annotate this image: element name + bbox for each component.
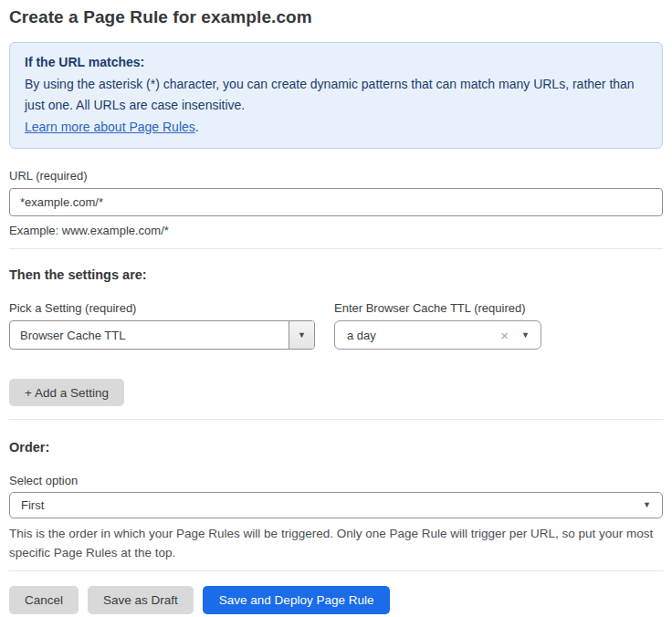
order-select[interactable]: First ▼ (9, 492, 663, 518)
order-description: This is the order in which your Page Rul… (9, 524, 663, 562)
learn-more-link[interactable]: Learn more about Page Rules (25, 120, 195, 134)
pick-setting-dropdown[interactable]: Browser Cache TTL ▼ (9, 320, 315, 350)
ttl-setting-label: Enter Browser Cache TTL (required) (334, 301, 541, 315)
footer-actions: Cancel Save as Draft Save and Deploy Pag… (9, 586, 663, 614)
ttl-value: a day (347, 329, 500, 342)
clear-icon[interactable]: × (500, 328, 509, 343)
url-match-info-box: If the URL matches: By using the asteris… (9, 42, 663, 149)
dropdown-arrow-button[interactable]: ▼ (289, 321, 314, 349)
url-input[interactable] (9, 188, 663, 216)
pick-setting-column: Pick a Setting (required) Browser Cache … (9, 301, 315, 350)
url-example-hint: Example: www.example.com/* (9, 224, 663, 237)
link-suffix: . (195, 120, 199, 134)
page-title: Create a Page Rule for example.com (9, 7, 663, 27)
info-box-body-text: By using the asterisk (*) character, you… (25, 77, 635, 113)
caret-down-icon: ▼ (298, 331, 306, 340)
ttl-setting-column: Enter Browser Cache TTL (required) a day… (334, 301, 541, 350)
add-setting-button[interactable]: + Add a Setting (9, 379, 124, 406)
settings-section-heading: Then the settings are: (9, 267, 663, 282)
caret-down-icon: ▼ (521, 331, 530, 340)
order-select-value: First (21, 498, 643, 512)
url-field-label: URL (required) (9, 169, 663, 183)
settings-row: Pick a Setting (required) Browser Cache … (9, 301, 663, 350)
save-draft-button[interactable]: Save as Draft (88, 586, 194, 614)
order-section-heading: Order: (9, 440, 663, 455)
pick-setting-value: Browser Cache TTL (10, 321, 289, 349)
pick-setting-label: Pick a Setting (required) (9, 301, 315, 315)
ttl-value-dropdown[interactable]: a day × ▼ (334, 320, 541, 350)
save-deploy-button[interactable]: Save and Deploy Page Rule (203, 586, 391, 614)
cancel-button[interactable]: Cancel (9, 586, 79, 614)
order-select-label: Select option (9, 474, 663, 487)
info-box-heading: If the URL matches: (25, 52, 647, 74)
divider (9, 419, 663, 420)
divider (9, 570, 663, 571)
info-box-body: By using the asterisk (*) character, you… (25, 74, 647, 139)
divider (9, 248, 663, 249)
caret-down-icon: ▼ (643, 501, 651, 509)
